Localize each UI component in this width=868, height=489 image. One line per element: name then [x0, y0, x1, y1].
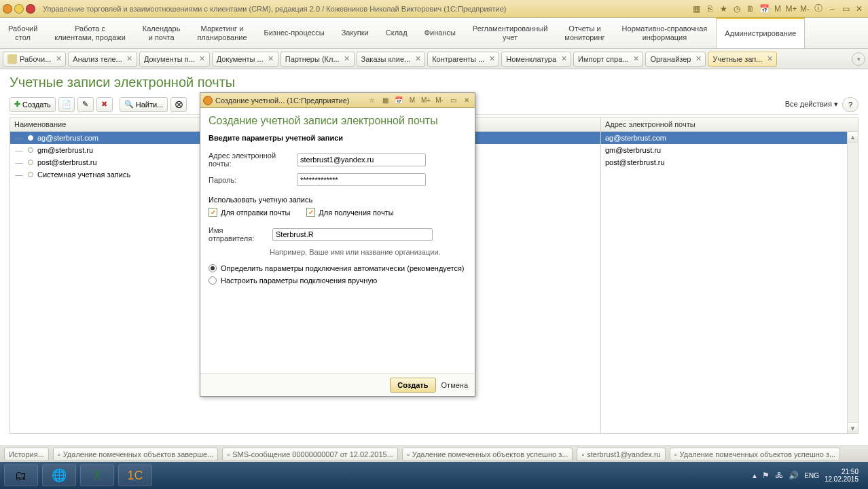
1c-icon[interactable]: 1C [118, 465, 152, 486]
explorer-icon[interactable]: 🗂 [4, 465, 38, 486]
password-input[interactable] [297, 173, 426, 186]
tab-6[interactable]: Контрагенты ...✕ [427, 52, 499, 67]
history-item[interactable]: ▫Удаление помеченных объектов заверше... [53, 448, 219, 461]
tab-close-icon[interactable]: ✕ [54, 54, 63, 64]
excel-icon[interactable]: X [80, 465, 114, 486]
scrollbar[interactable]: ▲ ▼ [847, 132, 858, 433]
section-3[interactable]: Маркетинг ипланирование [189, 18, 255, 48]
tab-4[interactable]: Партнеры (Кл...✕ [281, 52, 355, 67]
delete-button[interactable]: ✖ [96, 97, 113, 112]
create-button[interactable]: Создать [390, 378, 435, 393]
scroll-down-icon[interactable]: ▼ [848, 422, 858, 433]
radio-manual[interactable] [209, 276, 217, 285]
tab-7[interactable]: Номенклатура✕ [501, 52, 571, 67]
tab-3[interactable]: Документы ...✕ [212, 52, 278, 67]
column-header-email[interactable]: Адрес электронной почты [601, 118, 858, 132]
tab-close-icon[interactable]: ✕ [125, 54, 134, 64]
cancel-link[interactable]: Отмена [441, 381, 468, 389]
window-restore-icon[interactable]: ▭ [839, 3, 852, 15]
history-item[interactable]: ▫Удаление помеченных объектов успешно з.… [402, 448, 573, 461]
email-input[interactable] [297, 153, 426, 166]
tab-5[interactable]: Заказы клие...✕ [357, 52, 426, 67]
section-5[interactable]: Закупки [333, 18, 378, 48]
radio-manual-row[interactable]: Настроить параметры подключения вручную [209, 276, 467, 285]
tab-close-icon[interactable]: ✕ [559, 54, 568, 64]
send-checkbox[interactable]: ✔ [209, 208, 217, 217]
chrome-icon[interactable]: 🌐 [42, 465, 76, 486]
history-item[interactable]: ▫sterbrust1@yandex.ru [577, 448, 665, 461]
clock-icon[interactable]: ◷ [731, 3, 743, 15]
tab-close-icon[interactable]: ✕ [693, 54, 703, 64]
window-minimize-icon[interactable]: – [826, 3, 838, 15]
tab-close-icon[interactable]: ✕ [487, 54, 496, 64]
section-2[interactable]: Календарьи почта [134, 18, 189, 48]
section-7[interactable]: Финансы [416, 18, 465, 48]
section-1[interactable]: Работа склиентами, продажи [46, 18, 134, 48]
tab-close-icon[interactable]: ✕ [342, 54, 352, 64]
section-6[interactable]: Склад [378, 18, 416, 48]
tool-icon[interactable]: ▦ [690, 3, 702, 15]
grid-icon[interactable]: ▦ [380, 95, 391, 106]
history-item[interactable]: ▫SMS-сообщение 00000000007 от 12.02.2015… [222, 448, 398, 461]
tab-2[interactable]: Документы п...✕ [139, 52, 210, 67]
tab-close-icon[interactable]: ✕ [198, 54, 207, 64]
section-4[interactable]: Бизнес-процессы [256, 18, 333, 48]
minimize-icon[interactable] [14, 4, 24, 14]
window-close-icon[interactable]: ✕ [853, 3, 865, 15]
clear-search-button[interactable]: ⨂ [170, 97, 187, 112]
find-button[interactable]: 🔍Найти... [120, 97, 168, 112]
tab-0[interactable]: Рабочи...✕ [3, 52, 66, 67]
star-icon[interactable]: ★ [717, 3, 729, 15]
help-button[interactable]: ? [842, 97, 858, 112]
info-icon[interactable]: ⓘ [812, 3, 825, 15]
dialog-titlebar[interactable]: Создание учетной... (1С:Предприятие) ☆ ▦… [200, 93, 475, 108]
calc-icon[interactable]: 🗎 [744, 3, 757, 15]
language-indicator[interactable]: ENG [804, 472, 819, 479]
tab-close-icon[interactable]: ✕ [266, 54, 276, 64]
tab-close-icon[interactable]: ✕ [413, 54, 422, 64]
scroll-up-icon[interactable]: ▲ [848, 132, 858, 143]
section-8[interactable]: Регламентированныйучет [465, 18, 557, 48]
table-row[interactable]: post@sterbrust.ru [601, 156, 858, 168]
restore-icon[interactable]: ▭ [448, 95, 458, 106]
tool-icon[interactable]: ⎘ [704, 3, 716, 15]
m-icon[interactable]: M [772, 3, 784, 15]
tab-1[interactable]: Анализ теле...✕ [68, 52, 137, 67]
close-icon[interactable] [26, 4, 35, 14]
section-9[interactable]: Отчеты имониторинг [556, 18, 613, 48]
m-minus-icon[interactable]: M- [434, 95, 445, 106]
m-plus-icon[interactable]: M+ [420, 95, 431, 106]
tab-10[interactable]: Учетные зап...✕ [708, 52, 777, 67]
calendar-icon[interactable]: 📅 [393, 95, 404, 106]
close-icon[interactable]: ✕ [461, 95, 472, 106]
clock-date[interactable]: 12.02.2015 [825, 475, 858, 483]
copy-button[interactable]: 📄 [58, 97, 75, 112]
edit-button[interactable]: ✎ [77, 97, 94, 112]
network-icon[interactable]: 🖧 [775, 471, 783, 480]
tab-close-icon[interactable]: ✕ [765, 54, 774, 64]
tab-8[interactable]: Импорт спра...✕ [573, 52, 643, 67]
history-item[interactable]: ▫Удаление помеченных объектов успешно з.… [670, 448, 841, 461]
flag-icon[interactable]: ⚑ [762, 471, 770, 480]
clock-time[interactable]: 21:50 [825, 468, 858, 475]
pin-icon[interactable]: ☆ [366, 95, 377, 106]
tray-up-icon[interactable]: ▴ [753, 471, 757, 480]
table-row[interactable]: ag@sterbrust.com [601, 132, 858, 144]
m-plus-icon[interactable]: M+ [785, 3, 797, 15]
all-actions-button[interactable]: Все действия ▾ [785, 100, 838, 109]
history-button[interactable]: История... [4, 448, 49, 461]
volume-icon[interactable]: 🔊 [789, 471, 799, 480]
receive-checkbox[interactable]: ✔ [306, 208, 315, 217]
tabs-overflow-button[interactable]: ▾ [852, 52, 865, 66]
section-11[interactable]: Администрирование [716, 18, 805, 48]
m-minus-icon[interactable]: M- [799, 3, 811, 15]
section-0[interactable]: Рабочийстол [0, 18, 46, 48]
create-button[interactable]: ✚Создать [10, 97, 56, 112]
radio-auto-row[interactable]: Определить параметры подключения автомат… [209, 264, 467, 272]
section-10[interactable]: Нормативно-справочнаяинформация [614, 18, 717, 48]
table-row[interactable] [601, 168, 858, 181]
m-icon[interactable]: M [407, 95, 418, 106]
radio-auto[interactable] [209, 264, 217, 272]
calendar-icon[interactable]: 📅 [758, 3, 770, 15]
table-row[interactable]: gm@sterbrust.ru [601, 144, 858, 156]
